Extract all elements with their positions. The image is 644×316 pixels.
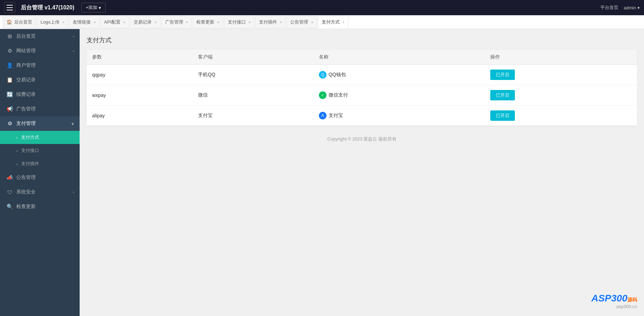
tab-notice-label: 公告管理	[290, 19, 308, 25]
content-area: 支付方式 参数 客户端 名称 操作 qqpay手机QQQQQ钱包已开启wxpay…	[80, 29, 644, 316]
tab-check-close[interactable]: ×	[217, 20, 219, 24]
sidebar-checkupdate-label: 检查更新	[16, 204, 36, 210]
toggle-status-button[interactable]: 已开启	[490, 110, 515, 121]
page-title: 支付方式	[87, 36, 637, 44]
tab-payplug[interactable]: 支付插件 ×	[255, 16, 286, 28]
sidebar-dashboard-label: 后台首页	[16, 33, 36, 39]
tab-payif[interactable]: 支付接口 ×	[224, 16, 254, 28]
tab-trade-close[interactable]: ×	[154, 20, 156, 24]
tab-api[interactable]: API配置 ×	[100, 16, 129, 28]
chevron-right-icon: ›	[16, 148, 18, 153]
sidebar-trade-label: 交易记录	[16, 77, 36, 83]
tab-logo-close[interactable]: ×	[62, 20, 64, 24]
top-header: 后台管理 v1.47(1020) +添加 ▾ 平台首页 admin ▾	[0, 0, 644, 15]
table-row: alipay支付宝A支付宝已开启	[87, 106, 637, 126]
tab-api-close[interactable]: ×	[123, 20, 125, 24]
tab-logo[interactable]: Logo上传 ×	[37, 16, 68, 28]
sidebar-paymethod-label: 支付方式	[21, 134, 39, 141]
tab-ads-label: 广告管理	[165, 19, 183, 25]
sidebar-item-website[interactable]: ⚙ 网站管理 ‹	[0, 44, 80, 58]
add-button[interactable]: +添加 ▾	[81, 3, 106, 12]
sidebar-item-ads[interactable]: 📢 广告管理	[0, 102, 80, 116]
sidebar-item-payplug[interactable]: › 支付插件	[0, 157, 80, 170]
payment-name-text: 微信支付	[329, 92, 348, 98]
col-name: 名称	[313, 50, 485, 65]
admin-menu[interactable]: admin ▾	[624, 5, 640, 10]
sidebar-security-label: 系统安全	[16, 189, 36, 195]
cell-action: 已开启	[485, 85, 637, 106]
sidebar-item-security[interactable]: 🛡 系统安全 ‹	[0, 185, 80, 199]
sidebar-merchant-label: 商户管理	[16, 62, 36, 69]
sidebar-payif-label: 支付接口	[21, 147, 39, 154]
tab-paymethod[interactable]: 支付方式 ×	[318, 16, 348, 28]
tab-ads[interactable]: 广告管理 ×	[161, 16, 192, 28]
sidebar-item-renew[interactable]: 🔄 续费记录	[0, 87, 80, 102]
list-icon: 📋	[7, 77, 13, 83]
sidebar-item-notice[interactable]: 📣 公告管理	[0, 170, 80, 185]
chevron-right-icon: ›	[16, 135, 18, 140]
main-layout: ⊞ 后台首页 › ⚙ 网站管理 ‹ 👤 商户管理 📋 交易记录 🔄 续费记录 📢…	[0, 29, 644, 316]
sidebar-ads-label: 广告管理	[16, 106, 36, 112]
tab-home[interactable]: 🏠 后台首页	[3, 16, 36, 28]
sidebar-item-paymethod[interactable]: › 支付方式	[0, 131, 80, 144]
sidebar-website-label: 网站管理	[16, 48, 36, 54]
sidebar-renew-label: 续费记录	[16, 91, 36, 98]
tab-bar: 🏠 后台首页 Logo上传 × 友情链接 × API配置 × 交易记录 × 广告…	[0, 15, 644, 29]
platform-home-link[interactable]: 平台首页	[600, 4, 618, 11]
sidebar-item-merchant[interactable]: 👤 商户管理	[0, 58, 80, 73]
sidebar-notice-label: 公告管理	[16, 174, 36, 181]
wechat-icon: ✓	[319, 91, 327, 99]
tab-trade[interactable]: 交易记录 ×	[130, 16, 160, 28]
tab-links-close[interactable]: ×	[93, 20, 96, 24]
sidebar-item-payment[interactable]: ⚙ 支付管理 ∨	[0, 116, 80, 131]
tab-links[interactable]: 友情链接 ×	[69, 16, 99, 28]
payment-name-text: QQ钱包	[329, 72, 346, 78]
chevron-left-icon: ‹	[73, 190, 74, 194]
sidebar-item-payif[interactable]: › 支付接口	[0, 144, 80, 157]
tab-notice[interactable]: 公告管理 ×	[286, 16, 317, 28]
sidebar-item-checkupdate[interactable]: 🔍 检查更新	[0, 199, 80, 214]
cell-client: 支付宝	[193, 106, 313, 126]
tab-trade-label: 交易记录	[134, 19, 152, 25]
sidebar: ⊞ 后台首页 › ⚙ 网站管理 ‹ 👤 商户管理 📋 交易记录 🔄 续费记录 📢…	[0, 29, 80, 316]
tab-notice-close[interactable]: ×	[311, 20, 313, 24]
tab-api-label: API配置	[104, 19, 120, 25]
chevron-down-icon: ∨	[71, 121, 74, 126]
tab-payif-close[interactable]: ×	[249, 20, 251, 24]
tab-links-label: 友情链接	[73, 19, 91, 25]
user-icon: 👤	[7, 62, 13, 69]
sidebar-payment-label: 支付管理	[16, 120, 36, 127]
cell-param: qqpay	[87, 65, 193, 85]
cell-param: alipay	[87, 106, 193, 126]
sidebar-item-dashboard[interactable]: ⊞ 后台首页 ›	[0, 29, 80, 44]
tab-check[interactable]: 检查更新 ×	[193, 16, 223, 28]
chevron-down-icon: ▾	[637, 5, 640, 10]
col-param: 参数	[87, 50, 193, 65]
tab-ads-close[interactable]: ×	[186, 20, 188, 24]
tab-payplug-close[interactable]: ×	[280, 20, 282, 24]
search-icon: 🔍	[7, 204, 13, 210]
payment-name-text: 支付宝	[329, 112, 343, 119]
table-row: wxpay微信✓微信支付已开启	[87, 85, 637, 106]
payment-gear-icon: ⚙	[7, 120, 13, 127]
cell-param: wxpay	[87, 85, 193, 106]
notice-icon: 📣	[7, 174, 13, 181]
cell-action: 已开启	[485, 65, 637, 85]
sidebar-item-trade[interactable]: 📋 交易记录	[0, 73, 80, 87]
cell-action: 已开启	[485, 106, 637, 126]
refresh-icon: 🔄	[7, 91, 13, 98]
tab-paymethod-label: 支付方式	[322, 19, 340, 25]
footer-copyright: Copyright © 2023 星益云 版权所有	[87, 136, 637, 142]
qq-icon: Q	[319, 71, 327, 79]
header-right: 平台首页 admin ▾	[600, 4, 640, 11]
toggle-status-button[interactable]: 已开启	[490, 90, 515, 100]
menu-toggle-button[interactable]	[4, 2, 15, 13]
tab-paymethod-close[interactable]: ×	[342, 20, 345, 24]
gear-icon: ⚙	[7, 48, 13, 54]
col-client: 客户端	[193, 50, 313, 65]
add-label: +添加	[86, 4, 98, 11]
alipay-icon: A	[319, 112, 327, 119]
tab-home-label: 后台首页	[14, 19, 32, 25]
admin-label: admin	[624, 5, 636, 10]
toggle-status-button[interactable]: 已开启	[490, 70, 515, 80]
